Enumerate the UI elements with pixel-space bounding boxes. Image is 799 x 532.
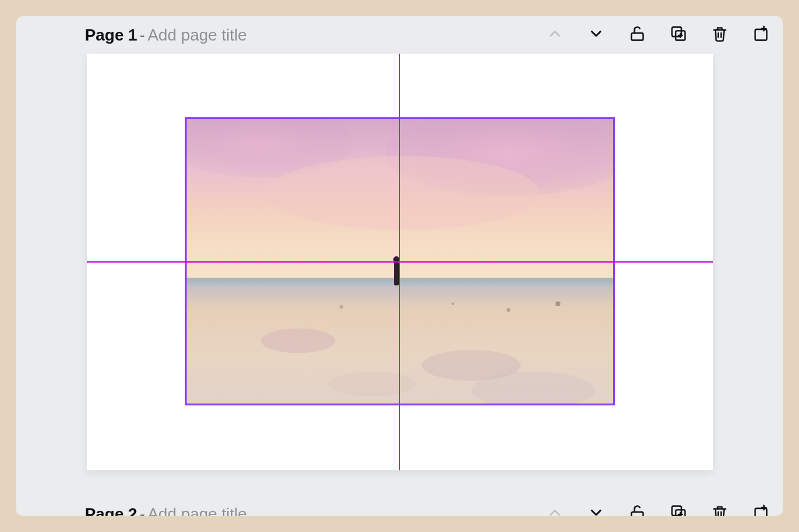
svg-point-13 (267, 156, 539, 230)
svg-point-26 (339, 305, 343, 309)
chevron-up-icon (546, 25, 564, 45)
page-title-separator: - (140, 26, 145, 45)
delete-page-button[interactable] (709, 24, 730, 46)
add-page-button[interactable] (750, 503, 772, 516)
page-title-separator: - (140, 505, 145, 516)
prev-page-button[interactable] (544, 503, 566, 516)
chevron-down-icon (587, 25, 605, 45)
vertical-alignment-guide (399, 54, 400, 470)
svg-point-17 (260, 329, 335, 353)
page-actions (544, 24, 772, 46)
delete-page-button[interactable] (709, 503, 730, 516)
svg-point-25 (451, 302, 454, 305)
next-page-button[interactable] (586, 24, 607, 46)
svg-point-24 (506, 308, 510, 312)
unlock-icon (629, 25, 646, 45)
svg-rect-34 (755, 508, 767, 516)
page-header-1: Page 1 - Add page title (16, 16, 783, 54)
prev-page-button[interactable] (544, 24, 566, 46)
canvas-page-1[interactable] (87, 54, 713, 470)
add-page-button[interactable] (750, 24, 772, 46)
svg-rect-27 (632, 512, 644, 516)
chevron-up-icon (546, 504, 564, 516)
lock-button[interactable] (627, 503, 648, 516)
page-header-2: Page 2 - Add page title (16, 495, 783, 516)
svg-point-20 (328, 372, 415, 396)
next-page-button[interactable] (586, 503, 607, 516)
svg-rect-0 (632, 33, 644, 41)
trash-icon (711, 504, 728, 516)
page-title-placeholder: Add page title (148, 26, 247, 45)
page-number-label: Page 1 (85, 26, 137, 45)
duplicate-page-button[interactable] (668, 24, 689, 46)
duplicate-icon (670, 504, 687, 516)
outer-frame: Page 1 - Add page title (0, 0, 799, 532)
svg-rect-7 (755, 29, 767, 41)
chevron-down-icon (587, 504, 605, 516)
page-title-group[interactable]: Page 2 - Add page title (85, 505, 247, 516)
page-actions (544, 503, 772, 516)
trash-icon (711, 25, 728, 45)
svg-rect-21 (394, 262, 399, 286)
duplicate-icon (670, 25, 687, 45)
add-page-icon (752, 25, 770, 45)
unlock-icon (629, 504, 646, 516)
duplicate-page-button[interactable] (668, 503, 689, 516)
page-title-group[interactable]: Page 1 - Add page title (85, 26, 247, 45)
lock-button[interactable] (627, 24, 648, 46)
page-number-label: Page 2 (85, 505, 137, 516)
add-page-icon (752, 504, 770, 516)
svg-point-23 (555, 301, 560, 306)
page-title-placeholder: Add page title (148, 505, 247, 516)
app-window: Page 1 - Add page title (16, 16, 783, 516)
page-block-1: Page 1 - Add page title (16, 16, 783, 483)
